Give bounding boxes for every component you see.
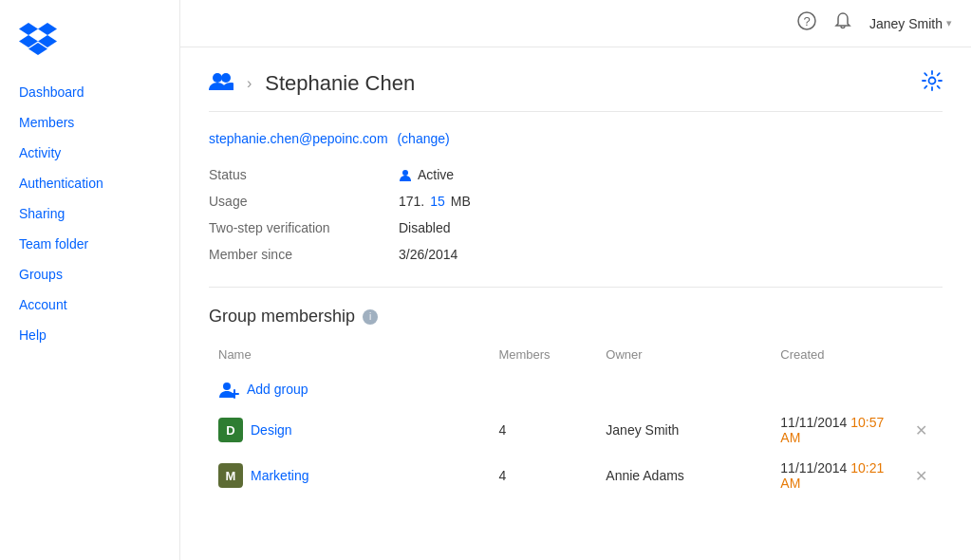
page-header: › Stephanie Chen [209, 47, 943, 112]
svg-point-6 [223, 383, 231, 390]
group-marketing-remove-cell: ✕ [900, 453, 943, 498]
sidebar: Dashboard Members Activity Authenticatio… [0, 0, 180, 560]
group-membership-title: Group membership [209, 307, 355, 327]
group-marketing-owner: Annie Adams [596, 453, 771, 498]
member-since-label: Member since [209, 241, 399, 268]
page-header-left: › Stephanie Chen [209, 71, 415, 96]
sidebar-item-authentication[interactable]: Authentication [0, 168, 179, 198]
col-header-members: Members [489, 342, 596, 371]
content-area: › Stephanie Chen stephanie.chen@pepoinc.… [180, 47, 971, 560]
two-step-value: Disabled [399, 215, 943, 241]
main-area: ? Janey Smith ▾ [180, 0, 971, 560]
user-email: stephanie.chen@pepoinc.com [209, 131, 388, 146]
settings-gear-icon[interactable] [922, 70, 943, 96]
help-icon[interactable]: ? [797, 11, 816, 35]
group-membership-header: Group membership i [209, 307, 943, 327]
change-email-link[interactable]: (change) [397, 131, 449, 146]
logo [0, 9, 179, 77]
username-label: Janey Smith [869, 16, 943, 31]
page-title: Stephanie Chen [265, 71, 415, 96]
group-marketing-link[interactable]: Marketing [251, 468, 308, 483]
group-marketing-remove-button[interactable]: ✕ [909, 465, 933, 487]
status-label: Status [209, 161, 399, 188]
group-d-icon: D [218, 418, 243, 442]
sidebar-item-account[interactable]: Account [0, 289, 179, 320]
svg-text:?: ? [803, 14, 810, 28]
status-user-icon [399, 168, 412, 181]
sidebar-item-sharing[interactable]: Sharing [0, 198, 179, 229]
col-header-name: Name [209, 342, 489, 371]
group-marketing-name-cell: M Marketing [209, 453, 489, 498]
email-row: stephanie.chen@pepoinc.com (change) [209, 131, 943, 146]
sidebar-item-members[interactable]: Members [0, 107, 179, 138]
usage-label: Usage [209, 188, 399, 215]
sidebar-item-activity[interactable]: Activity [0, 138, 179, 168]
two-step-label: Two-step verification [209, 215, 399, 241]
svg-point-2 [213, 73, 222, 83]
group-table: Name Members Owner Created [209, 342, 943, 498]
user-menu-caret-icon: ▾ [946, 17, 952, 29]
group-design-created: 11/11/2014 10:57 AM [771, 407, 900, 453]
status-value: Active [399, 161, 943, 188]
col-header-owner: Owner [596, 342, 771, 371]
sidebar-item-groups[interactable]: Groups [0, 259, 179, 289]
sidebar-nav: Dashboard Members Activity Authenticatio… [0, 77, 179, 350]
add-group-row: Add group [209, 371, 943, 407]
top-bar-actions: ? Janey Smith ▾ [797, 11, 952, 35]
group-design-owner: Janey Smith [596, 407, 771, 453]
profile-section: stephanie.chen@pepoinc.com (change) Stat… [209, 112, 943, 288]
user-menu[interactable]: Janey Smith ▾ [869, 16, 952, 31]
svg-point-5 [402, 170, 408, 176]
members-breadcrumb-icon[interactable] [209, 71, 233, 95]
group-membership-section: Group membership i Name Members Owner Cr… [209, 288, 943, 517]
group-design-members: 4 [489, 407, 596, 453]
sidebar-item-help[interactable]: Help [0, 320, 179, 350]
top-bar: ? Janey Smith ▾ [180, 0, 971, 47]
member-since-value: 3/26/2014 [399, 241, 943, 268]
sidebar-item-dashboard[interactable]: Dashboard [0, 77, 179, 107]
table-row: D Design 4 Janey Smith 11/11/2014 10:57 … [209, 407, 943, 453]
group-name-cell: D Design [209, 407, 489, 453]
group-info-icon[interactable]: i [363, 309, 378, 325]
group-design-link[interactable]: Design [251, 422, 292, 438]
breadcrumb-separator: › [247, 75, 252, 92]
group-marketing-created: 11/11/2014 10:21 AM [771, 453, 900, 498]
col-header-action [900, 342, 943, 371]
notification-icon[interactable] [833, 11, 852, 35]
add-group-icon [218, 379, 239, 400]
group-design-remove-button[interactable]: ✕ [909, 420, 933, 441]
add-group-button[interactable]: Add group [218, 379, 308, 400]
group-marketing-members: 4 [489, 453, 596, 498]
user-info-table: Status Active Usage 171.15 MB Two-step v… [209, 161, 943, 268]
table-row: M Marketing 4 Annie Adams 11/11/2014 10:… [209, 453, 943, 498]
group-design-remove-cell: ✕ [900, 407, 943, 453]
group-m-icon: M [218, 463, 243, 488]
svg-point-4 [929, 78, 936, 84]
sidebar-item-team-folder[interactable]: Team folder [0, 229, 179, 259]
svg-point-3 [221, 73, 231, 83]
usage-value: 171.15 MB [399, 188, 943, 215]
col-header-created: Created [771, 342, 900, 371]
